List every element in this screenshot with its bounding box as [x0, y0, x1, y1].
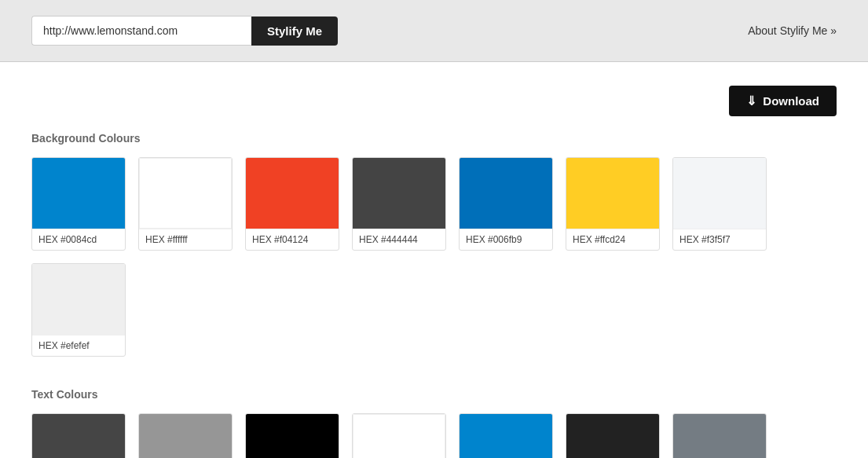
color-swatch — [673, 414, 766, 458]
color-card: HEX #454545 — [31, 413, 126, 458]
download-button[interactable]: ⇓ Download — [729, 86, 837, 116]
color-card: HEX #efefef — [31, 263, 126, 357]
color-card: HEX #f3f5f7 — [672, 157, 767, 251]
color-swatch — [246, 158, 339, 229]
color-swatch — [353, 414, 445, 458]
text-color-grid: HEX #454545HEX #969696HEX #000000HEX #ff… — [31, 413, 837, 458]
color-swatch — [139, 414, 232, 458]
download-label: Download — [763, 94, 819, 108]
color-card: HEX #444444 — [352, 157, 446, 251]
stylify-button[interactable]: Stylify Me — [251, 16, 338, 46]
color-swatch — [246, 414, 339, 458]
color-swatch — [32, 264, 125, 335]
color-label: HEX #0084cd — [32, 229, 125, 250]
color-card: HEX #0084cd — [31, 157, 126, 251]
background-section: Background Colours HEX #0084cdHEX #fffff… — [31, 132, 837, 357]
color-swatch — [566, 158, 659, 229]
download-row: ⇓ Download — [31, 78, 837, 116]
color-card: HEX #747c83 — [672, 413, 767, 458]
text-section-title: Text Colours — [31, 388, 837, 401]
color-swatch — [32, 414, 125, 458]
about-link[interactable]: About Stylify Me » — [748, 24, 837, 37]
url-input[interactable] — [31, 16, 251, 46]
color-label: HEX #006fb9 — [460, 229, 552, 250]
color-swatch — [566, 414, 659, 458]
color-swatch — [460, 414, 552, 458]
color-card: HEX #ffffff — [138, 157, 233, 251]
color-swatch — [353, 158, 445, 229]
color-card: HEX #f04124 — [245, 157, 339, 251]
text-section: Text Colours HEX #454545HEX #969696HEX #… — [31, 388, 837, 458]
color-label: HEX #efefef — [32, 335, 125, 356]
color-card: HEX #006fb9 — [459, 157, 553, 251]
color-label: HEX #ffffff — [139, 229, 232, 250]
color-swatch — [673, 158, 766, 229]
color-label: HEX #f04124 — [246, 229, 339, 250]
color-label: HEX #ffcd24 — [566, 229, 659, 250]
download-arrow-icon: ⇓ — [746, 93, 756, 108]
color-card: HEX #ffcd24 — [566, 157, 660, 251]
color-card: HEX #ffffff — [352, 413, 446, 458]
url-form: Stylify Me — [31, 16, 338, 46]
color-swatch — [32, 158, 125, 229]
color-swatch — [460, 158, 552, 229]
color-card: HEX #222222 — [566, 413, 660, 458]
background-section-title: Background Colours — [31, 132, 837, 145]
color-swatch — [139, 158, 232, 229]
background-color-grid: HEX #0084cdHEX #ffffffHEX #f04124HEX #44… — [31, 157, 837, 357]
top-bar: Stylify Me About Stylify Me » — [0, 0, 868, 62]
color-label: HEX #444444 — [353, 229, 445, 250]
color-card: HEX #969696 — [138, 413, 233, 458]
color-card: HEX #000000 — [245, 413, 339, 458]
color-label: HEX #f3f5f7 — [673, 229, 766, 250]
main-content: ⇓ Download Background Colours HEX #0084c… — [0, 62, 868, 458]
color-card: HEX #0084cd — [459, 413, 553, 458]
